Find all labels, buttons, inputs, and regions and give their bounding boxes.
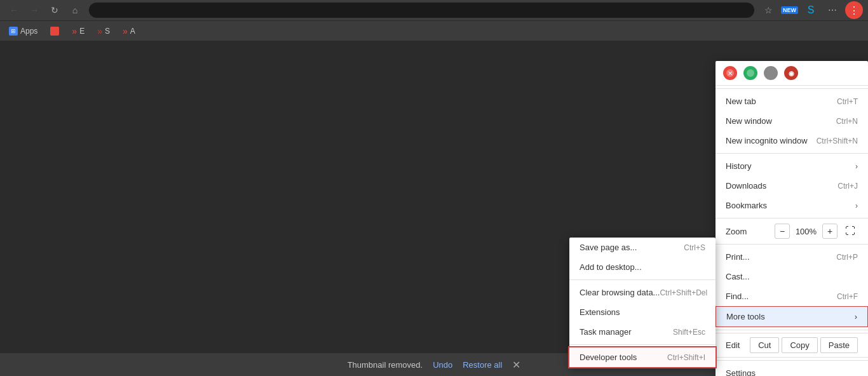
- apps-bookmark[interactable]: ⊞ Apps: [5, 25, 41, 37]
- separator-2: [715, 153, 868, 154]
- menu-item-cast[interactable]: Cast...: [715, 267, 868, 286]
- forward-button[interactable]: →: [25, 1, 43, 19]
- history-label: History: [726, 161, 855, 171]
- bookmark-3[interactable]: » S: [93, 25, 114, 37]
- find-shortcut: Ctrl+F: [837, 292, 858, 301]
- menu-item-print[interactable]: Print... Ctrl+P: [715, 247, 868, 267]
- main-content: ✕ ◉ New tab Ctrl+T New window Ctrl+N New…: [0, 41, 868, 353]
- home-button[interactable]: ⌂: [66, 1, 84, 19]
- separator-3: [715, 218, 868, 218]
- menu-item-history[interactable]: History ›: [715, 156, 868, 176]
- separator-6: [715, 360, 868, 361]
- new-tab-shortcut: Ctrl+T: [837, 97, 858, 106]
- ext-icon-4[interactable]: ◉: [784, 66, 798, 80]
- separator-1: [715, 88, 868, 89]
- submenu-task-manager[interactable]: Task manager Shift+Esc: [569, 322, 715, 342]
- skype-icon: S: [808, 4, 815, 16]
- paste-button[interactable]: Paste: [820, 337, 858, 353]
- save-page-shortcut: Ctrl+S: [684, 243, 705, 252]
- paste-label: Paste: [829, 340, 850, 350]
- submenu-clear-browsing[interactable]: Clear browsing data... Ctrl+Shift+Del: [569, 283, 715, 302]
- zoom-label: Zoom: [726, 227, 770, 236]
- bookmark-a-label: A: [130, 27, 135, 36]
- menu-item-settings[interactable]: Settings: [715, 363, 868, 376]
- menu-item-more-tools[interactable]: More tools ›: [715, 306, 868, 327]
- reload-button[interactable]: ↻: [46, 1, 64, 19]
- task-manager-label: Task manager: [580, 327, 673, 337]
- star-icon: ☆: [764, 5, 773, 15]
- undo-link[interactable]: Undo: [433, 360, 452, 370]
- apps-label: Apps: [20, 27, 37, 36]
- thumbnail-removed-text: Thumbnail removed.: [348, 360, 423, 370]
- more-tools-submenu: Save page as... Ctrl+S Add to desktop...…: [569, 238, 715, 367]
- cut-label: Cut: [758, 340, 771, 350]
- svg-point-2: [747, 69, 754, 77]
- clear-browsing-shortcut: Ctrl+Shift+Del: [660, 288, 707, 297]
- close-notification-button[interactable]: ✕: [512, 359, 520, 371]
- more-apps-button[interactable]: ⋯: [824, 1, 841, 19]
- zoom-minus-icon: −: [780, 226, 785, 236]
- apps-grid-icon: ⊞: [9, 27, 18, 36]
- submenu-add-desktop[interactable]: Add to desktop...: [569, 257, 715, 277]
- nav-buttons: ← → ↻ ⌂: [5, 1, 84, 19]
- ext-svg-1: ✕: [726, 69, 735, 77]
- ext-icon-3[interactable]: [764, 66, 778, 80]
- developer-tools-shortcut: Ctrl+Shift+I: [667, 353, 705, 362]
- bookmark-arrow-icon: »: [72, 26, 77, 36]
- skype-button[interactable]: S: [802, 1, 820, 19]
- task-manager-shortcut: Shift+Esc: [673, 328, 705, 337]
- submenu-developer-tools[interactable]: Developer tools Ctrl+Shift+I: [569, 347, 715, 367]
- home-icon: ⌂: [72, 5, 78, 15]
- cut-button[interactable]: Cut: [750, 337, 779, 353]
- edit-label: Edit: [726, 340, 747, 350]
- bookmarks-bar: ⊞ Apps » E » S » A: [0, 20, 868, 41]
- star-button[interactable]: ☆: [759, 1, 777, 19]
- submenu-separator-1: [569, 279, 715, 280]
- copy-button[interactable]: Copy: [782, 337, 817, 353]
- zoom-minus-button[interactable]: −: [775, 224, 790, 239]
- menu-item-downloads[interactable]: Downloads Ctrl+J: [715, 176, 868, 196]
- bookmark-s-label: S: [105, 27, 110, 36]
- bookmark-1[interactable]: [46, 25, 63, 37]
- more-tools-arrow-icon: ›: [855, 312, 857, 321]
- zoom-value: 100%: [795, 227, 817, 236]
- address-bar-container: [89, 3, 754, 18]
- restore-all-link[interactable]: Restore all: [463, 360, 502, 370]
- menu-item-incognito[interactable]: New incognito window Ctrl+Shift+N: [715, 131, 868, 151]
- submenu-save-page[interactable]: Save page as... Ctrl+S: [569, 238, 715, 257]
- chrome-menu: ✕ ◉ New tab Ctrl+T New window Ctrl+N New…: [715, 61, 868, 376]
- bookmarks-arrow-icon: ›: [855, 201, 858, 210]
- toolbar-right: ☆ NEW S ⋯ ⋮: [759, 1, 863, 19]
- new-window-shortcut: Ctrl+N: [836, 117, 858, 126]
- submenu-extensions[interactable]: Extensions: [569, 302, 715, 322]
- address-input[interactable]: [95, 6, 734, 15]
- menu-button[interactable]: ⋮: [845, 1, 863, 19]
- clear-browsing-label: Clear browsing data...: [580, 288, 660, 297]
- reload-icon: ↻: [51, 5, 58, 15]
- back-button[interactable]: ←: [5, 1, 23, 19]
- back-icon: ←: [10, 5, 18, 15]
- separator-4: [715, 244, 868, 245]
- find-label: Find...: [726, 292, 837, 301]
- incognito-shortcut: Ctrl+Shift+N: [817, 137, 858, 145]
- zoom-plus-icon: +: [827, 226, 832, 236]
- bookmarks-label: Bookmarks: [726, 201, 855, 210]
- bookmark-4[interactable]: » A: [119, 25, 139, 37]
- fullscreen-button[interactable]: ⛶: [843, 224, 858, 239]
- print-label: Print...: [726, 252, 836, 262]
- menu-item-new-window[interactable]: New window Ctrl+N: [715, 111, 868, 131]
- new-badge: NEW: [781, 6, 798, 14]
- titlebar: ← → ↻ ⌂ ☆ NEW S ⋯ ⋮: [0, 0, 868, 20]
- more-apps-icon: ⋯: [828, 5, 837, 15]
- menu-item-bookmarks[interactable]: Bookmarks ›: [715, 196, 868, 215]
- save-page-label: Save page as...: [580, 243, 684, 252]
- bookmark-2[interactable]: » E: [68, 25, 88, 37]
- ext-icon-1[interactable]: ✕: [723, 66, 737, 80]
- print-shortcut: Ctrl+P: [836, 253, 858, 262]
- menu-item-new-tab[interactable]: New tab Ctrl+T: [715, 91, 868, 111]
- zoom-plus-button[interactable]: +: [822, 224, 837, 239]
- extensions-label: Extensions: [580, 307, 705, 317]
- menu-item-find[interactable]: Find... Ctrl+F: [715, 286, 868, 306]
- ext-icon-2[interactable]: [743, 66, 757, 80]
- edit-row: Edit Cut Copy Paste: [715, 333, 868, 358]
